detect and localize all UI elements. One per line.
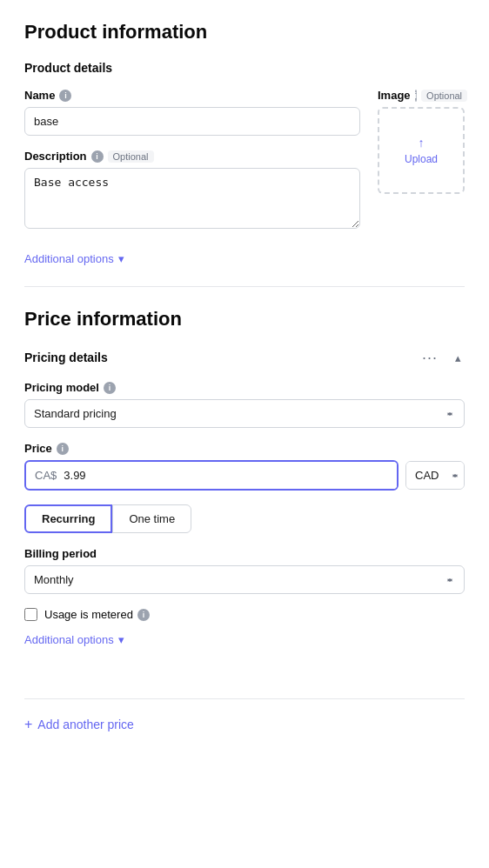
add-another-price-label: Add another price: [37, 718, 134, 731]
pricing-details-more-btn[interactable]: ···: [419, 348, 441, 367]
price-label: Price i: [24, 442, 465, 455]
product-additional-options-toggle[interactable]: Additional options ▾: [24, 252, 124, 265]
recurring-toggle-btn[interactable]: Recurring: [24, 504, 112, 533]
image-label: Image i Optional: [378, 89, 465, 102]
price-input-row: CA$ CAD USD EUR GBP: [24, 460, 465, 491]
pricing-details-actions: ··· ▴: [419, 348, 465, 367]
upload-label: Upload: [405, 153, 438, 165]
section-divider: [24, 286, 465, 287]
price-information-section: Price information Pricing details ··· ▴ …: [24, 308, 465, 646]
billing-period-select[interactable]: Monthly Weekly Every 3 months Every 6 mo…: [24, 565, 465, 594]
pricing-details-header: Pricing details ··· ▴: [24, 348, 465, 367]
currency-select[interactable]: CAD USD EUR GBP: [406, 462, 464, 489]
billing-type-toggle-group: Recurring One time: [24, 504, 465, 533]
usage-metered-checkbox[interactable]: [24, 608, 37, 621]
chevron-up-icon: ▴: [455, 351, 461, 364]
image-optional-badge: Optional: [421, 90, 467, 102]
price-additional-options-chevron: ▾: [118, 633, 124, 646]
product-details-label: Product details: [24, 61, 465, 75]
pricing-model-select[interactable]: Standard pricing Package pricing Graduat…: [24, 399, 465, 428]
add-price-section: + Add another price: [24, 698, 465, 732]
pricing-details-collapse-btn[interactable]: ▴: [452, 350, 465, 366]
add-another-price-btn[interactable]: + Add another price: [24, 717, 134, 732]
price-additional-options-toggle[interactable]: Additional options ▾: [24, 633, 124, 646]
product-details-section: Product details Name i Description i: [24, 61, 465, 265]
price-input[interactable]: [64, 462, 397, 489]
price-additional-options-label: Additional options: [24, 633, 114, 646]
page-title: Product information: [24, 21, 465, 43]
name-image-row: Name i Description i Optional: [24, 89, 465, 245]
product-additional-options-chevron: ▾: [118, 252, 124, 265]
name-input[interactable]: [24, 107, 360, 136]
price-info-icon[interactable]: i: [57, 443, 69, 455]
name-description-col: Name i Description i Optional: [24, 89, 360, 245]
name-info-icon[interactable]: i: [59, 90, 71, 102]
pricing-model-info-icon[interactable]: i: [104, 382, 116, 394]
usage-metered-info-icon[interactable]: i: [137, 609, 150, 621]
description-optional-badge: Optional: [108, 150, 154, 163]
upload-arrow-icon: ↑: [419, 136, 425, 150]
usage-metered-label: Usage is metered i: [44, 608, 150, 621]
name-label: Name i: [24, 89, 360, 102]
price-currency-prefix: CA$: [26, 462, 64, 489]
page-container: Product information Product details Name…: [0, 0, 489, 753]
usage-metered-row: Usage is metered i: [24, 608, 465, 621]
price-input-wrapper: CA$: [24, 460, 399, 491]
pricing-details-label: Pricing details: [24, 351, 108, 364]
price-section-title: Price information: [24, 308, 465, 331]
name-group: Name i: [24, 89, 360, 136]
description-label: Description i Optional: [24, 150, 360, 163]
price-group: Price i CA$ CAD USD EUR GBP: [24, 442, 465, 491]
pricing-model-group: Pricing model i Standard pricing Package…: [24, 381, 465, 428]
description-group: Description i Optional: [24, 150, 360, 231]
image-info-icon[interactable]: i: [415, 90, 418, 102]
billing-period-group: Billing period Monthly Weekly Every 3 mo…: [24, 547, 465, 594]
one-time-toggle-btn[interactable]: One time: [112, 504, 191, 533]
billing-period-label: Billing period: [24, 547, 465, 560]
image-upload-area[interactable]: ↑ Upload: [378, 107, 465, 194]
plus-icon: +: [24, 717, 32, 732]
description-input[interactable]: [24, 168, 360, 229]
pricing-model-label: Pricing model i: [24, 381, 465, 394]
billing-period-select-wrapper: Monthly Weekly Every 3 months Every 6 mo…: [24, 565, 465, 594]
description-info-icon[interactable]: i: [91, 150, 104, 163]
product-additional-options-label: Additional options: [24, 252, 114, 265]
image-col: Image i Optional ↑ Upload: [378, 89, 465, 245]
pricing-model-select-wrapper: Standard pricing Package pricing Graduat…: [24, 399, 465, 428]
currency-select-wrapper: CAD USD EUR GBP: [405, 461, 465, 490]
